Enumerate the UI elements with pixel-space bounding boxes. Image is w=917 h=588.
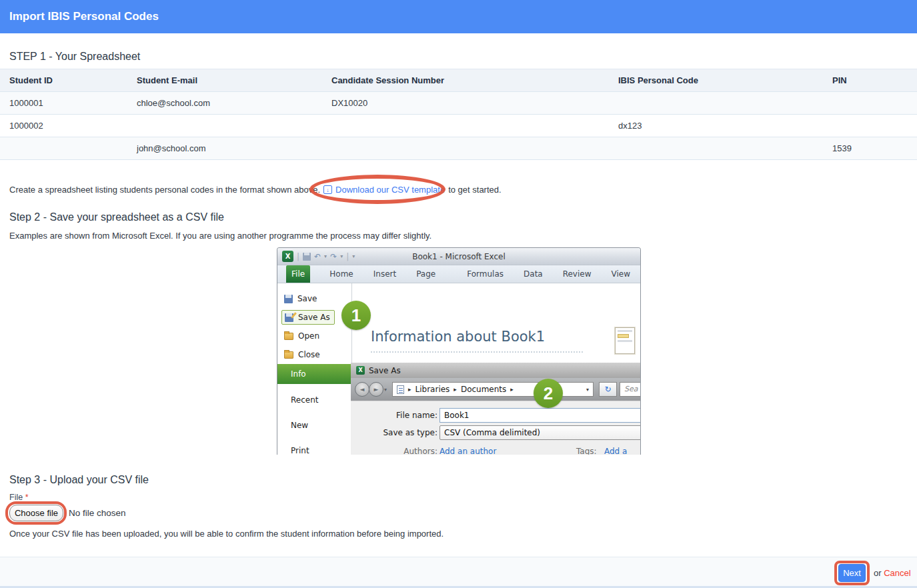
breadcrumb: ▸ Libraries ▸ Documents ▸ ▾ [392, 382, 594, 397]
breadcrumb-arrow-icon: ▸ [408, 386, 411, 393]
col-pin: PIN [832, 69, 917, 92]
tab-file: File [286, 265, 310, 283]
menu-close: Close [284, 347, 320, 362]
tags-label: Tags: [576, 447, 597, 455]
open-folder-icon [284, 333, 293, 340]
or-text: or [874, 568, 882, 578]
col-student-id: Student ID [0, 69, 137, 92]
tab-data: Data [514, 265, 553, 283]
breadcrumb-arrow-icon: ▸ [453, 386, 457, 393]
breadcrumb-documents: Documents [461, 385, 506, 394]
table-row: john@school.com 1539 [0, 137, 917, 160]
refresh-icon: ↻ [599, 382, 617, 397]
table-row: 1000002 dx123 [0, 115, 917, 137]
menu-open-label: Open [298, 331, 319, 341]
cell [832, 92, 917, 115]
breadcrumb-caret-icon: ▾ [586, 387, 589, 393]
add-tag-link: Add a tag [604, 447, 641, 455]
file-name-label: File name: [364, 411, 437, 420]
menu-info: Info [277, 364, 352, 384]
cell [618, 137, 832, 160]
cell: john@school.com [137, 137, 331, 160]
breadcrumb-libraries: Libraries [415, 385, 450, 394]
close-folder-icon [284, 351, 293, 359]
step1-heading: STEP 1 - Your Spreadsheet [9, 51, 140, 63]
step-badge-1: 1 [341, 301, 371, 330]
cell [331, 137, 618, 160]
save-as-dialog: X Save As ◄ ► ▾ ▸ Libraries ▸ Documents … [351, 363, 641, 455]
save-type-label: Save as type: [364, 428, 437, 437]
no-file-chosen-text: No file chosen [69, 505, 126, 521]
back-icon: ◄ [355, 382, 369, 397]
col-ibis-personal-code: IBIS Personal Code [618, 69, 832, 92]
backstage-view: Save Save As Open Close Info Recent New … [277, 283, 640, 455]
cell: dx123 [618, 115, 832, 137]
save-type-combobox: CSV (Comma delimited) [439, 425, 641, 440]
page-title: Import IBIS Personal Codes [9, 0, 159, 33]
dialog-body: File name: Book1 Save as type: CSV (Comm… [351, 401, 641, 455]
ribbon-tabs: File Home Insert Page Layout Formulas Da… [277, 265, 640, 283]
file-field-label: File * [9, 493, 29, 502]
choose-file-button[interactable]: Choose file [9, 505, 63, 521]
menu-close-label: Close [298, 350, 320, 359]
step-badge-2: 2 [534, 379, 563, 408]
cell: 1000002 [0, 115, 137, 137]
cell: 1000001 [0, 92, 137, 115]
dialog-titlebar: X Save As [351, 363, 641, 378]
search-input: Sea [620, 382, 641, 397]
instruction-suffix: to get started. [448, 185, 502, 195]
menu-save-as: Save As [281, 310, 335, 325]
document-icon [397, 385, 404, 394]
excel-titlebar: X | ↶ ▾ ↷ ▾ | ▾ Book1 - Microsoft Excel [277, 248, 640, 265]
menu-save: Save [284, 291, 317, 306]
footer-bar [0, 557, 917, 586]
table-row: 1000001 chloe@school.com DX10020 [0, 92, 917, 115]
save-as-icon [285, 313, 293, 322]
page-header: Import IBIS Personal Codes [0, 0, 917, 33]
tab-review: Review [553, 265, 602, 283]
col-student-email: Student E-mail [137, 69, 331, 92]
csv-template-link[interactable]: Download our CSV template [335, 185, 445, 195]
excel-window-title: Book1 - Microsoft Excel [277, 248, 640, 265]
file-name-input: Book1 [439, 408, 641, 423]
tab-page-layout: Page Layout [406, 265, 457, 283]
workbook-preview-thumbnail [615, 327, 635, 354]
menu-print: Print [291, 446, 309, 455]
tab-formulas: Formulas [457, 265, 514, 283]
history-caret-icon: ▾ [384, 387, 387, 393]
file-label-text: File [9, 493, 23, 502]
tab-insert: Insert [363, 265, 406, 283]
table-header-row: Student ID Student E-mail Candidate Sess… [0, 69, 917, 92]
cell: chloe@school.com [137, 92, 331, 115]
excel-dialog-icon: X [356, 366, 365, 375]
dialog-navbar: ◄ ► ▾ ▸ Libraries ▸ Documents ▸ ▾ ↻ Sea [351, 378, 641, 401]
dotted-divider [371, 351, 583, 353]
import-ibis-page: Import IBIS Personal Codes STEP 1 - Your… [0, 0, 917, 588]
next-button[interactable]: Next [838, 564, 866, 582]
menu-open: Open [284, 329, 319, 343]
col-candidate-session-number: Candidate Session Number [331, 69, 618, 92]
menu-new: New [291, 421, 308, 430]
backstage-title: Information about Book1 [371, 329, 545, 345]
cancel-link[interactable]: Cancel [884, 568, 910, 578]
cell [137, 115, 331, 137]
menu-save-label: Save [297, 294, 317, 303]
breadcrumb-arrow-icon: ▸ [510, 386, 514, 393]
cell [618, 92, 832, 115]
cell: DX10020 [331, 92, 618, 115]
download-icon: ↓ [323, 185, 332, 194]
tab-view: View [602, 265, 640, 283]
backstage-menu: Save Save As Open Close Info Recent New … [277, 283, 352, 455]
step3-heading: Step 3 - Upload your CSV file [9, 474, 149, 486]
forward-icon: ► [369, 382, 383, 397]
tab-home: Home [319, 265, 363, 283]
excel-screenshot: X | ↶ ▾ ↷ ▾ | ▾ Book1 - Microsoft Excel … [277, 247, 641, 455]
add-author-link: Add an author [439, 447, 496, 455]
step2-note: Examples are shown from Microsoft Excel.… [9, 231, 431, 241]
cell [832, 115, 917, 137]
cell [331, 115, 618, 137]
menu-save-as-label: Save As [298, 313, 330, 322]
students-table: Student ID Student E-mail Candidate Sess… [0, 69, 917, 160]
menu-recent: Recent [291, 395, 318, 405]
cell [0, 137, 137, 160]
